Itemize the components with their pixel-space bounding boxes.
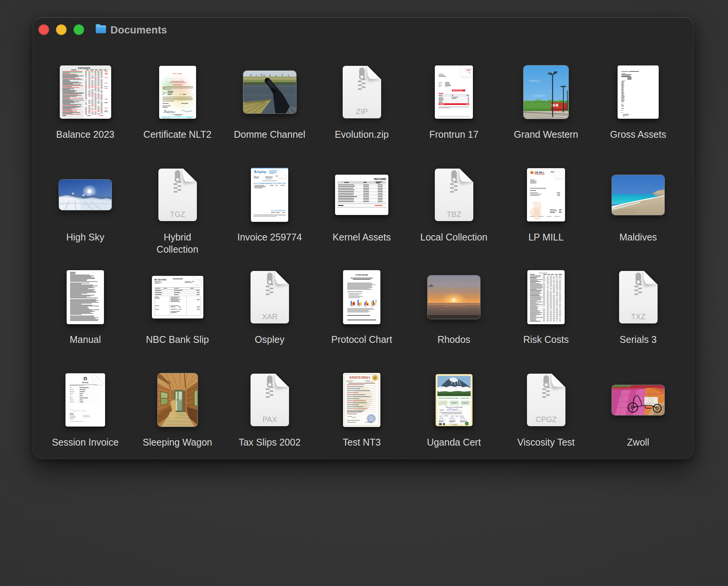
svg-text:MOUNT KILIMANJARO - TANZANIA: MOUNT KILIMANJARO - TANZANIA xyxy=(439,397,469,399)
svg-text:TBZ: TBZ xyxy=(447,210,461,218)
svg-text:DB MILL: DB MILL xyxy=(535,171,544,174)
svg-text:ZIP: ZIP xyxy=(356,107,367,116)
svg-text:ILFF: ILFF xyxy=(467,69,471,71)
svg-text:TGZ: TGZ xyxy=(170,210,185,218)
svg-text:DIPLOMA: DIPLOMA xyxy=(172,73,182,75)
svg-text:Invoice: Invoice xyxy=(265,176,273,178)
svg-text:EXPENSES: EXPENSES xyxy=(78,67,90,69)
svg-text:TXZ: TXZ xyxy=(631,312,645,321)
svg-text:Lorem ipsum: Lorem ipsum xyxy=(355,274,368,276)
svg-text:ZigZag: ZigZag xyxy=(256,170,266,174)
svg-text:CPGZ: CPGZ xyxy=(535,415,557,424)
svg-text:ABN AMRO: ABN AMRO xyxy=(157,279,167,281)
svg-text:This is to certify that: This is to certify that xyxy=(445,406,463,408)
svg-text:КРШТЕНИЦА: КРШТЕНИЦА xyxy=(350,376,370,379)
svg-text:Receipt: Receipt xyxy=(82,382,89,384)
svg-text:INCOME: INCOME xyxy=(374,177,386,181)
svg-text:Thank you.: Thank you. xyxy=(70,408,88,412)
svg-text:PAX: PAX xyxy=(262,415,277,424)
svg-text:H: H xyxy=(163,86,165,89)
svg-text:XAR: XAR xyxy=(262,312,277,321)
